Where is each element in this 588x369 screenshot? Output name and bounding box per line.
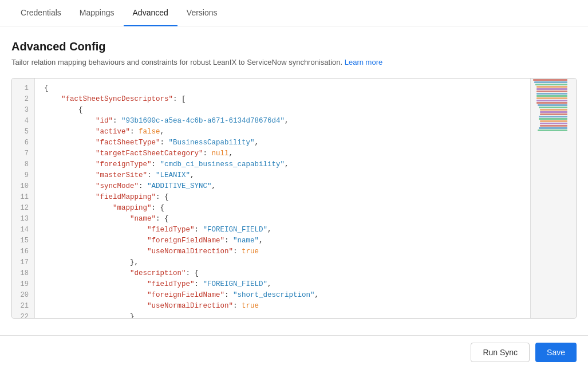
tabs-nav: Credentials Mappings Advanced Versions	[0, 0, 588, 26]
code-line: "id": "93b1600c-a5ea-4c6b-a671-6134d7867…	[44, 116, 530, 127]
footer-bar: Run Sync Save	[0, 335, 588, 364]
line-numbers: 1234567891011121314151617181920212223	[12, 78, 35, 318]
code-line: "active": false,	[44, 127, 530, 138]
line-number: 4	[12, 116, 34, 127]
line-number: 10	[12, 181, 34, 192]
code-line: "syncMode": "ADDITIVE_SYNC",	[44, 181, 530, 192]
code-line: "useNormalDirection": true	[44, 246, 530, 257]
tab-credentials[interactable]: Credentials	[11, 0, 70, 26]
line-number: 15	[12, 235, 34, 246]
code-line: "fieldType": "FOREIGN_FIELD",	[44, 279, 530, 290]
code-line: "fieldMapping": {	[44, 192, 530, 203]
line-number: 5	[12, 127, 34, 138]
code-line: "description": {	[44, 268, 530, 279]
code-editor[interactable]: 1234567891011121314151617181920212223 { …	[11, 78, 577, 319]
minimap	[530, 78, 576, 318]
line-number: 3	[12, 105, 34, 116]
tab-advanced[interactable]: Advanced	[124, 0, 177, 26]
line-number: 14	[12, 225, 34, 235]
code-line: "mapping": {	[44, 203, 530, 214]
code-line: {	[44, 105, 530, 116]
code-line: "factSheetSyncDescriptors": [	[44, 94, 530, 105]
code-line: "factSheetType": "BusinessCapability",	[44, 138, 530, 148]
line-number: 1	[12, 83, 34, 94]
page-subtitle: Tailor relation mapping behaviours and c…	[11, 58, 577, 66]
code-line: "foreignFieldName": "short_description",	[44, 290, 530, 301]
line-number: 21	[12, 301, 34, 312]
code-line: "masterSite": "LEANIX",	[44, 170, 530, 181]
line-number: 19	[12, 279, 34, 290]
line-number: 20	[12, 290, 34, 301]
code-line: "fieldType": "FOREIGN_FIELD",	[44, 225, 530, 235]
code-line: "targetFactSheetCategory": null,	[44, 148, 530, 159]
code-line: {	[44, 83, 530, 94]
save-button[interactable]: Save	[535, 343, 577, 362]
run-sync-button[interactable]: Run Sync	[471, 343, 530, 362]
line-number: 13	[12, 214, 34, 225]
line-number: 17	[12, 257, 34, 268]
tab-versions[interactable]: Versions	[177, 0, 227, 26]
line-number: 8	[12, 159, 34, 170]
line-number: 6	[12, 138, 34, 148]
line-number: 18	[12, 268, 34, 279]
line-number: 11	[12, 192, 34, 203]
page-title: Advanced Config	[11, 40, 577, 53]
code-line: "useNormalDirection": true	[44, 301, 530, 312]
tab-mappings[interactable]: Mappings	[70, 0, 124, 26]
code-line: "name": {	[44, 214, 530, 225]
line-number: 16	[12, 246, 34, 257]
code-line: "foreignType": "cmdb_ci_business_capabil…	[44, 159, 530, 170]
line-number: 2	[12, 94, 34, 105]
line-number: 12	[12, 203, 34, 214]
line-number: 7	[12, 148, 34, 159]
learn-more-link[interactable]: Learn more	[345, 58, 382, 66]
code-line: }	[44, 312, 530, 318]
code-line: "foreignFieldName": "name",	[44, 235, 530, 246]
main-content: Advanced Config Tailor relation mapping …	[0, 26, 588, 364]
line-number: 22	[12, 312, 34, 319]
code-content[interactable]: { "factSheetSyncDescriptors": [ { "id": …	[35, 78, 530, 318]
line-number: 9	[12, 170, 34, 181]
code-line: },	[44, 257, 530, 268]
